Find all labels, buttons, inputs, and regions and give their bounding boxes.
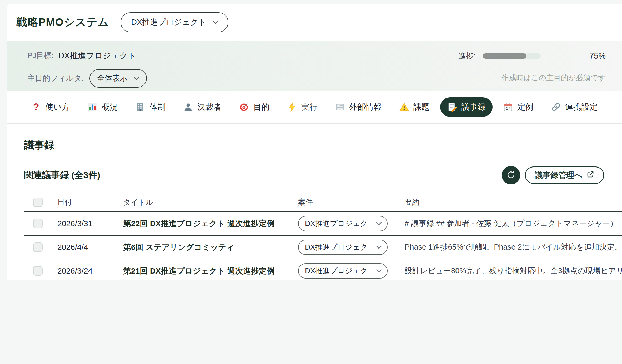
row-title: 第6回 ステアリングコミッティ xyxy=(123,243,234,251)
column-header-case: 案件 xyxy=(294,193,400,212)
minutes-table: 日付 タイトル 案件 要約 2026/3/31第22回 DX推進プロジェクト 週… xyxy=(24,193,622,280)
newspaper-icon xyxy=(335,102,345,112)
tab-purpose[interactable]: 目的 xyxy=(232,97,277,117)
purpose-filter-row: 主目的フィルタ: 全体表示 xyxy=(27,69,147,88)
svg-text:17: 17 xyxy=(506,106,510,110)
chevron-down-icon xyxy=(376,222,382,226)
tab-integration[interactable]: 連携設定 xyxy=(544,97,605,117)
section-actions: 議事録管理へ xyxy=(502,166,604,184)
chevron-down-icon xyxy=(376,245,382,249)
row-case-select[interactable]: DX推進プロジェクト xyxy=(298,240,388,255)
row-checkbox[interactable] xyxy=(33,219,43,228)
bar-chart-icon xyxy=(87,102,97,112)
app-window: 戦略PMOシステム DX推進プロジェクト PJ目標: DX推進プロジェクト 主目… xyxy=(7,4,622,280)
row-date: 2026/4/4 xyxy=(57,243,88,251)
tab-label: 使い方 xyxy=(45,102,70,113)
tab-structure[interactable]: 体制 xyxy=(128,97,173,117)
row-case-value: DX推進プロジェクト xyxy=(305,219,370,229)
tab-usage[interactable]: ?使い方 xyxy=(24,97,77,117)
row-checkbox[interactable] xyxy=(33,242,43,252)
progress-label: 進捗: xyxy=(458,51,476,61)
tab-external-info[interactable]: 外部情報 xyxy=(328,97,389,117)
pj-goal-value: DX推進プロジェクト xyxy=(58,50,136,61)
table-row: 2026/3/24第21回 DX推進プロジェクト 週次進捗定例DX推進プロジェク… xyxy=(24,259,622,280)
tab-label: 体制 xyxy=(149,102,166,113)
purpose-filter-value: 全体表示 xyxy=(97,73,128,84)
chevron-down-icon xyxy=(376,269,382,273)
minutes-manage-label: 議事録管理へ xyxy=(535,170,582,181)
progress-bar-fill xyxy=(483,53,526,59)
progress-row: 進捗: 75% xyxy=(458,51,606,61)
section-header: 関連議事録 (全3件) 議事録管理へ xyxy=(24,166,622,184)
warning-icon xyxy=(399,102,409,112)
column-header-title: タイトル xyxy=(119,193,294,212)
project-selector-value: DX推進プロジェクト xyxy=(131,17,206,28)
pj-goal-label: PJ目標: xyxy=(27,50,54,61)
tab-label: 実行 xyxy=(301,102,318,113)
row-case-select[interactable]: DX推進プロジェクト xyxy=(298,263,388,279)
chevron-down-icon xyxy=(212,20,219,24)
link-icon xyxy=(551,102,561,112)
person-icon xyxy=(183,102,193,112)
refresh-icon xyxy=(506,170,516,181)
row-case-value: DX推進プロジェクト xyxy=(305,266,370,276)
column-header-summary: 要約 xyxy=(400,193,622,212)
purpose-filter-select[interactable]: 全体表示 xyxy=(89,69,147,88)
tab-minutes[interactable]: 議事録 xyxy=(440,97,493,117)
app-title: 戦略PMOシステム xyxy=(16,15,109,29)
refresh-button[interactable] xyxy=(502,166,520,184)
row-title: 第21回 DX推進プロジェクト 週次進捗定例 xyxy=(123,266,275,275)
tab-execution[interactable]: 実行 xyxy=(280,97,324,117)
pj-goal-row: PJ目標: DX推進プロジェクト xyxy=(27,50,136,61)
row-date: 2026/3/31 xyxy=(57,219,92,228)
project-overview-bar: PJ目標: DX推進プロジェクト 主目的フィルタ: 全体表示 進捗: 75% 作… xyxy=(7,41,622,91)
table-row: 2026/3/31第22回 DX推進プロジェクト 週次進捗定例DX推進プロジェク… xyxy=(24,212,622,235)
table-row: 2026/4/4第6回 ステアリングコミッティDX推進プロジェクトPhase 1… xyxy=(24,235,622,259)
svg-text:?: ? xyxy=(33,102,39,112)
project-selector[interactable]: DX推進プロジェクト xyxy=(121,12,228,32)
tab-label: 課題 xyxy=(413,102,430,113)
tab-label: 目的 xyxy=(253,102,270,113)
chevron-down-icon xyxy=(133,77,139,80)
tab-approvers[interactable]: 決裁者 xyxy=(176,97,229,117)
main-content: 議事録 関連議事録 (全3件) 議事録管理へ xyxy=(7,124,622,280)
target-icon xyxy=(239,102,249,112)
select-all-checkbox[interactable] xyxy=(33,198,43,207)
external-link-icon xyxy=(586,170,594,180)
memo-icon xyxy=(447,102,457,112)
column-header-date: 日付 xyxy=(53,193,119,212)
purpose-filter-label: 主目的フィルタ: xyxy=(27,73,84,84)
tab-label: 定例 xyxy=(517,102,534,113)
minutes-manage-button[interactable]: 議事録管理へ xyxy=(525,166,604,184)
tab-issues[interactable]: 課題 xyxy=(392,97,437,117)
progress-percent: 75% xyxy=(589,51,606,61)
question-icon: ? xyxy=(31,102,41,112)
bolt-icon xyxy=(287,102,297,112)
tab-overview[interactable]: 概況 xyxy=(81,97,125,117)
row-date: 2026/3/24 xyxy=(57,266,92,275)
tab-regular[interactable]: 17定例 xyxy=(496,97,540,117)
top-bar: 戦略PMOシステム DX推進プロジェクト xyxy=(7,4,622,41)
row-checkbox[interactable] xyxy=(33,266,43,276)
tab-label: 外部情報 xyxy=(349,102,382,113)
filter-required-note: 作成時はこの主目的が必須です xyxy=(501,73,606,83)
row-summary: Phase 1進捗65%で順調。Phase 2にモバイル対応を追加決定。 xyxy=(405,243,622,251)
tab-label: 連携設定 xyxy=(565,102,598,113)
row-summary: 設計レビュー80%完了、残り指摘対応中。全3拠点の現場ヒアリング xyxy=(405,266,622,275)
row-summary: # 議事録 ## 参加者 - 佐藤 健太（プロジェクトマネージャー） xyxy=(405,219,618,228)
building-icon xyxy=(135,102,145,112)
row-title: 第22回 DX推進プロジェクト 週次進捗定例 xyxy=(123,219,275,228)
table-header-row: 日付 タイトル 案件 要約 xyxy=(24,193,622,212)
tab-label: 概況 xyxy=(102,102,118,113)
page-title: 議事録 xyxy=(24,138,622,152)
tab-label: 決裁者 xyxy=(197,102,222,113)
nav-tabs: ?使い方概況体制決裁者目的実行外部情報課題議事録17定例連携設定 xyxy=(7,91,622,124)
progress-bar xyxy=(483,53,541,59)
row-case-value: DX推進プロジェクト xyxy=(305,242,370,252)
calendar-icon: 17 xyxy=(503,102,513,112)
row-case-select[interactable]: DX推進プロジェクト xyxy=(298,216,388,231)
tab-label: 議事録 xyxy=(461,102,486,113)
section-title: 関連議事録 (全3件) xyxy=(24,169,100,181)
